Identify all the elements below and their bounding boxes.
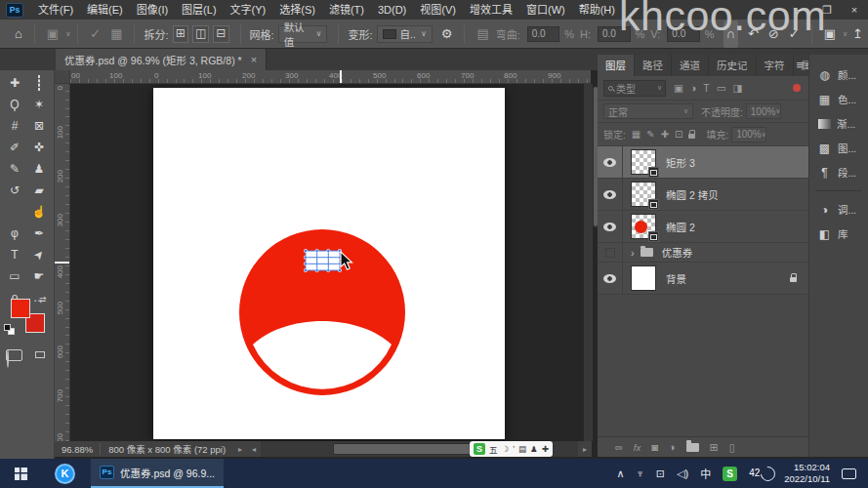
ime-moon-icon[interactable]: ☽ (502, 444, 510, 454)
filter-pixel-icon[interactable]: ▣ (674, 82, 683, 94)
ime-punct-icon[interactable]: ’ (513, 444, 515, 454)
home-icon[interactable]: ⌂ (15, 20, 22, 48)
filter-type-icon[interactable]: T (703, 82, 709, 94)
ime-toolbar[interactable]: S 五 ☽ ’ ▤ ♟ ✚ (470, 441, 553, 457)
delete-layer-icon[interactable]: ▯ (729, 441, 735, 454)
k-app-icon[interactable]: K (55, 464, 75, 484)
menu-help[interactable]: 帮助(H) (572, 0, 622, 20)
split-horizontal-button[interactable]: ⊟ (213, 25, 229, 43)
close-button[interactable]: × (841, 0, 868, 20)
layer-thumbnail[interactable] (631, 214, 656, 239)
adjustment-layer-icon[interactable]: ◑ (669, 441, 676, 453)
eye-empty-box[interactable] (605, 248, 615, 258)
bend-input[interactable]: 0.0 (527, 26, 560, 42)
vertical-scrollbar[interactable] (584, 84, 593, 441)
clone-stamp-tool[interactable]: ♟ (30, 160, 48, 178)
h-input[interactable]: 0.0 (598, 26, 631, 42)
status-menu-arrow-icon[interactable]: ▸ (233, 445, 247, 454)
tool-preset-chevron-icon[interactable]: ∨ (65, 30, 70, 38)
blend-mode-dropdown[interactable]: 正常 ∨ (603, 103, 693, 119)
grid-snap-icon[interactable]: ▤ (476, 20, 488, 48)
tab-paths[interactable]: 路径 (635, 55, 672, 76)
warp-grid-overlay[interactable] (304, 249, 341, 271)
dodge-tool[interactable]: φ (6, 224, 23, 242)
sidebar-item-gradients[interactable]: 渐... (809, 111, 868, 136)
layer-thumbnail[interactable] (631, 265, 656, 291)
battery-indicator[interactable]: 42 (749, 466, 772, 481)
share-icon[interactable]: ↥ (852, 20, 863, 48)
tab-history[interactable]: 历史记 (709, 55, 757, 76)
link-layers-icon[interactable]: ∞ (615, 441, 623, 453)
layer-style-icon[interactable]: fx (634, 442, 641, 453)
menu-window[interactable]: 窗口(W) (519, 0, 572, 20)
frame-tool[interactable]: ⊠ (30, 117, 48, 135)
crop-tool[interactable]: # (6, 117, 23, 135)
zoom-level-field[interactable]: 96.88% (55, 444, 100, 455)
type-tool[interactable]: T (6, 246, 23, 264)
brush-tool[interactable]: ✎ (6, 160, 23, 178)
sidebar-item-libraries[interactable]: ◧ 库 (809, 222, 868, 246)
menu-select[interactable]: 选择(S) (272, 0, 322, 20)
layer-name[interactable]: 优惠券 (662, 245, 693, 260)
cancel-transform-icon[interactable]: ⊘ (768, 20, 779, 48)
lock-position-icon[interactable]: ✚ (661, 129, 669, 140)
menu-layer[interactable]: 图层(L) (175, 0, 223, 20)
new-layer-icon[interactable]: ⊞ (710, 441, 719, 454)
menu-view[interactable]: 视图(V) (413, 0, 463, 20)
menu-image[interactable]: 图像(I) (130, 0, 175, 20)
sogou-tray-icon[interactable]: S (723, 467, 737, 481)
opacity-field[interactable]: 100% ∨ (746, 103, 781, 119)
layer-name[interactable]: 椭圆 2 拷贝 (666, 187, 719, 202)
lock-artboard-icon[interactable]: ⊡ (675, 129, 682, 140)
layer-thumbnail[interactable] (631, 149, 656, 175)
warp-mode-icon[interactable]: ∩ (723, 20, 738, 48)
ime-keyboard-icon[interactable]: ▤ (518, 444, 526, 454)
tab-character[interactable]: 字符 (757, 55, 794, 76)
healing-brush-tool[interactable]: ✜ (30, 139, 48, 156)
sidebar-item-patterns[interactable]: ▩ 图... (809, 136, 868, 160)
shape-tool[interactable]: ▭ (6, 267, 23, 285)
filter-adjustment-icon[interactable]: ◑ (690, 82, 696, 94)
input-language-indicator[interactable]: 中 (700, 466, 711, 481)
canvas-area[interactable] (70, 84, 584, 441)
smudge-tool[interactable]: ☝ (30, 203, 48, 221)
notification-center-icon[interactable] (842, 468, 856, 479)
layer-filter-type-dropdown[interactable]: 类型 ∨ (603, 80, 666, 97)
v-input[interactable]: 0.0 (667, 26, 700, 42)
scroll-right-icon[interactable]: ▸ (578, 445, 592, 454)
panel-menu-icon[interactable]: ≡ (796, 55, 804, 76)
layer-row-ellipse-2[interactable]: 椭圆 2 (598, 211, 808, 243)
speaker-icon[interactable]: ◁) (677, 468, 688, 480)
eye-icon[interactable] (603, 274, 616, 283)
commit-transform-icon[interactable]: ✓ (789, 20, 800, 48)
visibility-cell[interactable] (598, 179, 623, 210)
layer-group-row-coupon[interactable]: › 优惠券 (598, 243, 808, 263)
filter-smart-object-icon[interactable]: ◨ (733, 82, 743, 94)
split-crosswise-button[interactable]: ⊞ (173, 25, 189, 43)
tray-expand-icon[interactable]: ∧ (617, 468, 625, 480)
vertical-ruler[interactable]: 0 100 200 300 400 500 600 700 800 (55, 84, 70, 441)
visibility-cell[interactable] (598, 211, 623, 242)
magic-wand-tool[interactable]: ✶ (30, 96, 48, 113)
eye-icon[interactable] (603, 158, 616, 167)
tab-channels[interactable]: 通道 (672, 55, 709, 76)
scroll-left-icon[interactable]: ◂ (247, 445, 261, 454)
visibility-cell[interactable] (598, 243, 623, 262)
fill-field[interactable]: 100% ∨ (731, 127, 766, 142)
lock-all-icon[interactable] (688, 134, 695, 139)
menu-plugins[interactable]: 增效工具 (463, 0, 519, 20)
path-select-tool[interactable]: ➤ (26, 242, 51, 266)
lasso-tool[interactable]: Ϙ (6, 96, 23, 113)
sidebar-item-paragraph[interactable]: ¶ 段... (809, 160, 868, 184)
menu-file[interactable]: 文件(F) (31, 0, 80, 20)
filter-toggle-icon[interactable] (793, 84, 801, 92)
layer-mask-icon[interactable]: ◙ (651, 441, 658, 453)
screen-mode-button[interactable] (31, 349, 48, 361)
start-button[interactable] (0, 459, 41, 488)
usb-device-icon[interactable]: ♆ (637, 468, 644, 479)
move-tool[interactable]: ✚ (6, 74, 23, 92)
layer-row-background[interactable]: 背景 (598, 263, 808, 295)
layer-row-rectangle-3[interactable]: 矩形 3 (598, 146, 808, 179)
pen-tool[interactable]: ✒ (30, 224, 48, 242)
eyedropper-tool[interactable]: ✐ (6, 139, 23, 156)
